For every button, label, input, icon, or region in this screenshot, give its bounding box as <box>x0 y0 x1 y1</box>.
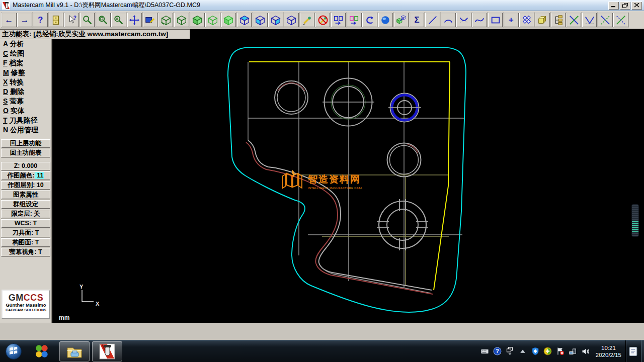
menu-item-m[interactable]: M 修整 <box>0 68 51 77</box>
selected-circle[interactable] <box>388 94 421 122</box>
boss-circle-e[interactable] <box>377 199 428 250</box>
gview-blue-left-button[interactable] <box>253 13 268 27</box>
levels-icon <box>552 15 564 26</box>
colorful-app-icon[interactable] <box>32 341 51 361</box>
security-shield-icon[interactable] <box>531 347 540 356</box>
gview-green-4-button[interactable] <box>221 13 236 27</box>
nav-buttons: 回上层功能回主功能表 <box>0 139 51 157</box>
rectangle-button[interactable] <box>488 13 503 27</box>
screen-view-button[interactable]: 萤幕视角: T <box>1 248 50 256</box>
trim-3-button[interactable] <box>598 13 613 27</box>
sketch-pencil-icon <box>301 15 312 26</box>
fillet-icon <box>458 15 469 26</box>
group-settings-button[interactable]: 群组设定 <box>1 200 50 209</box>
menu-item-x[interactable]: X 转换 <box>0 77 51 87</box>
start-button[interactable] <box>4 341 23 361</box>
offset-contour[interactable] <box>246 142 433 294</box>
taskbar-clock[interactable]: 10:21 2020/2/15 <box>596 344 621 358</box>
menu-item-t[interactable]: T 刀具路径 <box>0 116 51 125</box>
action-center-flag-icon[interactable] <box>556 347 565 356</box>
graphics-canvas[interactable]: Y X mm 智造资料网 INTELLIGENT MANUFACTURE DAT… <box>52 39 644 323</box>
journal-icon[interactable] <box>629 346 638 356</box>
arc-button[interactable] <box>441 13 456 27</box>
menu-item-s[interactable]: S 萤幕 <box>0 97 51 106</box>
fillet-button[interactable] <box>456 13 471 27</box>
draw-level-button[interactable]: 作图层别: 10 <box>1 181 50 190</box>
prompt-text: 主功能表: [总经销:欣昊实业 www.mastercam.com.tw] <box>0 29 190 39</box>
restore-window-icon[interactable] <box>506 347 515 356</box>
gview-blue-top-button[interactable] <box>237 13 252 27</box>
sketch-pencil-button[interactable] <box>300 13 315 27</box>
part-contour-edge2[interactable] <box>320 265 431 293</box>
gview-green-2-icon <box>192 15 203 26</box>
trim-2-button[interactable] <box>582 13 597 27</box>
arc-icon <box>443 15 454 26</box>
prompt-row: 主功能表: [总经销:欣昊实业 www.mastercam.com.tw] <box>0 29 644 39</box>
trim-1-button[interactable] <box>567 13 582 27</box>
main-menu-button[interactable]: 回主功能表 <box>1 149 50 157</box>
construction-plane-button[interactable]: 构图面: T <box>1 238 50 247</box>
tool-plane-button[interactable]: 刀具面: T <box>1 229 50 237</box>
help-button[interactable]: ? <box>33 13 48 27</box>
point-button[interactable]: + <box>504 13 519 27</box>
explorer-button[interactable] <box>59 341 90 361</box>
gview-green-3-button[interactable] <box>205 13 220 27</box>
draw-color-button[interactable]: 作图颜色: 11 <box>1 171 50 180</box>
restore-button[interactable] <box>620 2 630 10</box>
gview-green-2-button[interactable] <box>190 13 205 27</box>
keyboard-icon[interactable] <box>480 347 490 356</box>
zoom-target-button[interactable] <box>96 13 111 27</box>
rotate-view-button[interactable] <box>158 13 174 27</box>
watermark-logo-icon <box>281 169 304 190</box>
back-button[interactable]: ← <box>2 13 17 27</box>
menu-item-c[interactable]: C 绘图 <box>0 49 51 58</box>
pan-button[interactable] <box>127 13 142 27</box>
close-button[interactable] <box>631 2 642 10</box>
volume-icon[interactable] <box>581 347 590 356</box>
gview-blue-front-button[interactable] <box>268 13 283 27</box>
file-cabinet-button[interactable] <box>49 13 64 27</box>
shading-sphere-button[interactable] <box>378 13 393 27</box>
delete-button[interactable] <box>315 13 331 27</box>
zoom-window-button[interactable] <box>80 13 95 27</box>
undo-button[interactable] <box>362 13 377 27</box>
antivirus-icon[interactable] <box>543 347 552 356</box>
line-button[interactable] <box>425 13 440 27</box>
forward-button[interactable]: → <box>17 13 32 27</box>
menu-item-a[interactable]: A 分析 <box>0 39 51 49</box>
menu-item-d[interactable]: D 删除 <box>0 87 51 97</box>
axis-indicator <box>82 290 94 302</box>
file-cabinet-icon <box>50 15 61 26</box>
move-window-button[interactable] <box>347 13 362 27</box>
gview-blue-wire-icon <box>286 15 297 26</box>
zoom-out-08-button[interactable]: 8 <box>111 13 126 27</box>
network-icon[interactable] <box>569 347 578 356</box>
spline-button[interactable] <box>472 13 488 27</box>
calculator-sigma-button[interactable]: Σ <box>410 13 425 27</box>
hole-circle-a[interactable] <box>275 81 308 114</box>
menu-item-f[interactable]: F 档案 <box>0 58 51 68</box>
mastercam-taskbar-button[interactable] <box>92 341 122 361</box>
wcs-button[interactable]: WCS: T <box>1 219 50 228</box>
copy-entity-button[interactable] <box>394 13 409 27</box>
repaint-button[interactable] <box>143 13 158 27</box>
side-handle-widget[interactable] <box>632 205 638 236</box>
show-hidden-icons[interactable] <box>518 347 527 356</box>
gview-blue-wire-button[interactable] <box>284 13 299 27</box>
divide-button[interactable] <box>613 13 628 27</box>
back-level-button[interactable]: 回上层功能 <box>1 139 50 148</box>
show-desktop-button[interactable] <box>641 340 644 362</box>
attributes-button[interactable]: 图素属性 <box>1 191 50 199</box>
copy-window-button[interactable] <box>331 13 346 27</box>
analyze-cursor-button[interactable]: ? <box>64 13 79 27</box>
levels-button[interactable] <box>551 13 566 27</box>
menu-item-o[interactable]: O 实体 <box>0 106 51 116</box>
limit-level-button[interactable]: 限定层: 关 <box>1 210 50 218</box>
solid-box-button[interactable] <box>535 13 550 27</box>
z-depth-button[interactable]: Z: 0.000 <box>1 162 50 170</box>
minimize-button[interactable] <box>608 2 619 10</box>
menu-item-n[interactable]: N 公用管理 <box>0 125 51 135</box>
surface-button[interactable] <box>519 13 534 27</box>
gview-green-1-button[interactable] <box>174 13 189 27</box>
help-tray-icon[interactable]: ? <box>493 347 502 356</box>
